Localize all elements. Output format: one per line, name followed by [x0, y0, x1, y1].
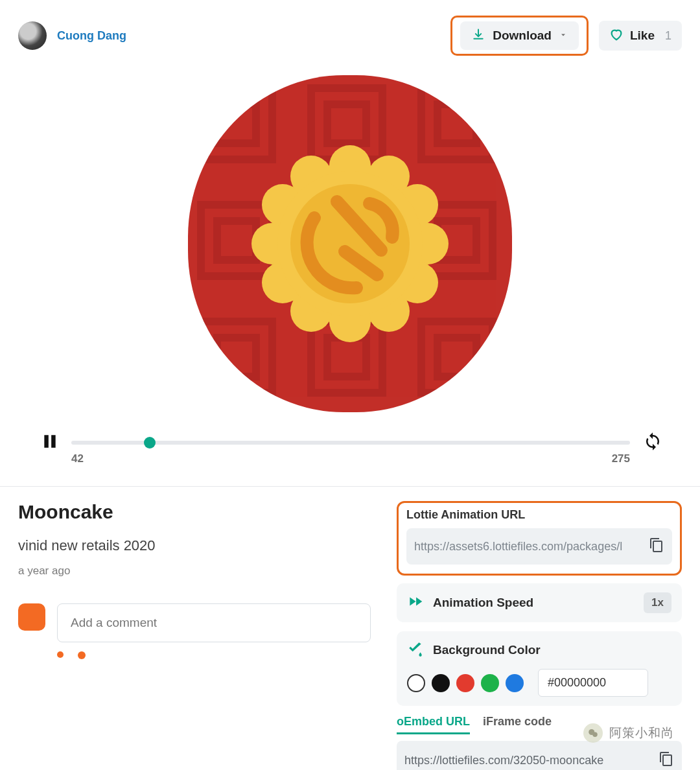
loop-button[interactable]: [643, 432, 662, 454]
paint-bucket-icon: [407, 640, 424, 660]
tab-oembed[interactable]: oEmbed URL: [397, 715, 470, 734]
download-highlight-box: Download: [450, 16, 589, 56]
animation-preview: [18, 62, 682, 425]
swatch-black[interactable]: [432, 674, 450, 692]
url-highlight-box: Lottie Animation URL https://assets6.lot…: [397, 501, 682, 576]
total-frames: 275: [612, 452, 630, 465]
caret-down-icon: [559, 30, 567, 41]
download-icon: [472, 28, 485, 43]
copy-icon[interactable]: [659, 751, 674, 769]
mooncake-art: [188, 75, 512, 412]
download-label: Download: [493, 29, 552, 43]
copy-icon[interactable]: [649, 537, 664, 555]
current-frame: 42: [71, 452, 84, 465]
like-count: 1: [661, 29, 671, 43]
time-ago: a year ago: [18, 565, 371, 578]
like-button[interactable]: Like 1: [599, 21, 682, 51]
speed-card[interactable]: Animation Speed 1x: [397, 583, 682, 622]
lottie-url-value: https://assets6.lottiefiles.com/packages…: [414, 540, 644, 554]
swatch-white[interactable]: [407, 674, 425, 692]
speed-label: Animation Speed: [433, 596, 635, 610]
svg-rect-31: [44, 435, 49, 448]
timeline-slider[interactable]: 42 275: [71, 441, 630, 445]
author-block[interactable]: Cuong Dang: [18, 21, 126, 50]
bgcolor-label: Background Color: [433, 643, 671, 657]
svg-rect-1: [217, 104, 256, 143]
swatch-blue[interactable]: [506, 674, 524, 692]
author-avatar[interactable]: [18, 21, 47, 50]
embed-url-field[interactable]: https://lottiefiles.com/32050-mooncake: [397, 741, 682, 770]
animation-subtitle: vinid new retails 2020: [18, 537, 371, 554]
bgcolor-card: Background Color: [397, 631, 682, 706]
swatch-green[interactable]: [481, 674, 499, 692]
watermark: 阿策小和尚: [583, 723, 674, 743]
heart-icon: [609, 27, 624, 44]
loading-dots: [57, 651, 371, 659]
watermark-text: 阿策小和尚: [609, 725, 674, 741]
svg-rect-5: [438, 104, 476, 143]
fast-forward-icon: [407, 593, 424, 612]
url-label: Lottie Animation URL: [406, 508, 672, 522]
divider: [0, 486, 700, 487]
swatch-red[interactable]: [456, 674, 474, 692]
embed-url-value: https://lottiefiles.com/32050-mooncake: [404, 754, 653, 767]
current-user-avatar[interactable]: [18, 603, 45, 631]
pause-button[interactable]: [41, 432, 58, 454]
comment-row: [18, 603, 371, 642]
animation-title: Mooncake: [18, 501, 371, 523]
lottie-url-field[interactable]: https://assets6.lottiefiles.com/packages…: [406, 528, 672, 565]
wechat-icon: [583, 723, 603, 743]
tab-iframe[interactable]: iFrame code: [483, 715, 552, 734]
comment-input[interactable]: [57, 603, 371, 642]
download-button[interactable]: Download: [460, 21, 579, 50]
author-name[interactable]: Cuong Dang: [57, 29, 126, 43]
svg-point-34: [592, 732, 598, 738]
hex-input[interactable]: [538, 669, 648, 697]
player-controls: 42 275: [18, 432, 682, 454]
speed-value: 1x: [644, 592, 671, 613]
svg-rect-32: [51, 435, 56, 448]
header: Cuong Dang Download Like 1: [18, 16, 682, 56]
mooncake-icon: [246, 140, 454, 347]
like-label: Like: [630, 29, 655, 43]
header-actions: Download Like 1: [450, 16, 682, 56]
svg-rect-3: [327, 104, 366, 143]
